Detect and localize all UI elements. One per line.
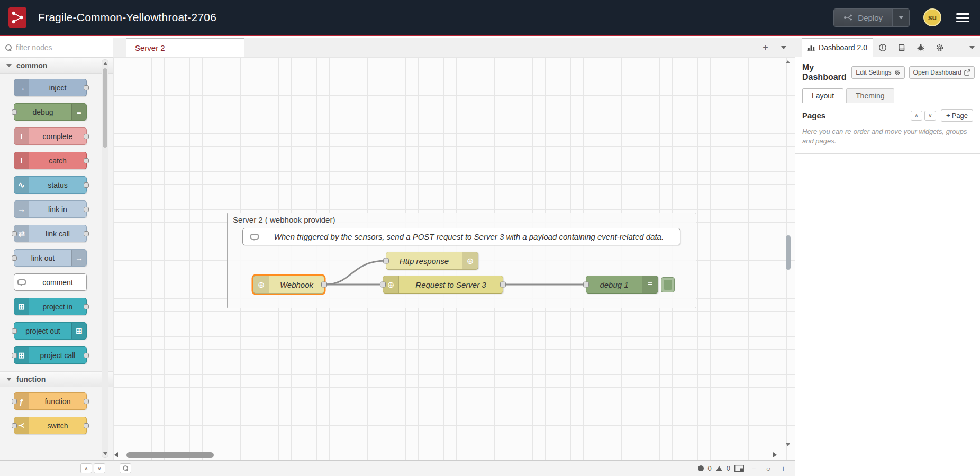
output-port[interactable] [84, 231, 89, 236]
node-http-response[interactable]: Http response ⊕ [386, 252, 478, 270]
input-port[interactable] [12, 423, 17, 428]
palette-node-project-call[interactable]: ⊞ project call [14, 346, 87, 364]
input-port[interactable] [12, 231, 17, 236]
palette-node-status[interactable]: ∿ status [14, 176, 87, 194]
palette-category-common[interactable]: common [0, 58, 113, 74]
scroll-right-icon[interactable] [773, 452, 777, 457]
node-request-to-server-3[interactable]: ⊕ Request to Server 3 [383, 276, 503, 294]
palette-node-link-in[interactable]: → link in [14, 200, 87, 218]
zoom-in-button[interactable]: + [778, 463, 788, 474]
input-port[interactable] [12, 399, 17, 404]
canvas-horizontal-scrollbar[interactable] [114, 451, 777, 459]
zoom-out-button[interactable]: − [748, 463, 759, 474]
debug-icon: ≡ [77, 107, 81, 116]
scroll-down-icon[interactable] [786, 443, 790, 446]
canvas-footer: 0 0 − ○ + [113, 460, 795, 476]
output-port[interactable] [84, 134, 89, 139]
input-port[interactable] [12, 328, 17, 334]
output-port[interactable] [84, 207, 89, 212]
tab-theming[interactable]: Theming [846, 88, 894, 103]
palette-node-inject[interactable]: → inject [14, 79, 87, 96]
search-icon [5, 44, 12, 51]
hscroll-thumb[interactable] [126, 452, 214, 458]
output-port[interactable] [84, 182, 89, 188]
node-webhook[interactable]: ⊕ Webhook [253, 276, 324, 294]
flow-canvas[interactable]: Server 2 ( webhook provider) When trigge… [113, 57, 795, 460]
palette-node-project-in[interactable]: ⊞ project in [14, 298, 87, 315]
palette-node-project-out[interactable]: project out ⊞ [14, 322, 87, 340]
navigator-toggle-icon[interactable] [734, 465, 744, 472]
output-port[interactable] [84, 353, 89, 358]
dashboard-title: My Dashboard [802, 63, 847, 82]
palette-node-comment[interactable]: comment [14, 273, 87, 291]
edit-settings-button[interactable]: Edit Settings [851, 66, 904, 79]
zoom-reset-button[interactable]: ○ [763, 463, 774, 474]
scroll-left-icon[interactable] [114, 452, 118, 457]
flow-list-button[interactable] [776, 41, 791, 54]
palette-category-function[interactable]: function [0, 371, 113, 387]
scroll-up-icon[interactable] [786, 60, 790, 63]
add-flow-button[interactable]: + [758, 41, 773, 54]
palette-nodes-common: → inject debug ≡ ! complete ! catch ∿ [0, 74, 113, 371]
output-port[interactable] [84, 399, 89, 404]
output-port[interactable] [84, 85, 89, 90]
tab-info[interactable] [873, 38, 892, 57]
tab-layout[interactable]: Layout [802, 88, 843, 103]
tab-config-nodes[interactable] [930, 38, 949, 57]
canvas-search-button[interactable] [120, 463, 131, 473]
canvas-vertical-scrollbar[interactable] [785, 58, 792, 448]
node-debug-1[interactable]: debug 1 ≡ [586, 276, 658, 294]
deploy-label: Deploy [858, 13, 883, 22]
main-menu-button[interactable] [956, 13, 969, 22]
collapse-categories-button[interactable]: ∧ [80, 463, 92, 473]
palette-search-input[interactable] [16, 43, 90, 52]
input-port[interactable] [583, 282, 589, 288]
sidebar-menu-button[interactable] [964, 38, 980, 57]
palette-node-switch[interactable]: Y switch [14, 417, 87, 434]
input-port[interactable] [12, 255, 17, 261]
palette-node-complete[interactable]: ! complete [14, 127, 87, 145]
output-port[interactable] [84, 423, 89, 428]
output-port[interactable] [500, 282, 506, 288]
vscroll-thumb[interactable] [786, 235, 791, 270]
palette-scrollbar-thumb[interactable] [103, 68, 107, 148]
input-port[interactable] [12, 109, 17, 115]
scroll-down-icon[interactable] [103, 452, 107, 455]
scroll-up-icon[interactable] [103, 62, 107, 65]
deploy-group: Deploy [833, 8, 910, 27]
palette-scroll-area[interactable]: common → inject debug ≡ ! complete ! cat… [0, 58, 113, 460]
pages-heading: Pages [802, 111, 909, 120]
output-port[interactable] [84, 304, 89, 309]
user-avatar[interactable]: su [923, 8, 941, 26]
open-dashboard-button[interactable]: Open Dashboard [909, 66, 975, 79]
palette-node-link-call[interactable]: ⇄ link call [14, 225, 87, 242]
expand-categories-button[interactable]: ∨ [94, 463, 105, 473]
move-page-down-button[interactable]: ∨ [924, 111, 936, 121]
palette-node-function[interactable]: ƒ function [14, 392, 87, 410]
error-count-icon[interactable] [698, 465, 704, 471]
comment-node[interactable]: When triggered by the sensors, send a PO… [242, 228, 680, 245]
input-port[interactable] [12, 353, 17, 358]
palette-node-debug[interactable]: debug ≡ [14, 103, 87, 121]
tab-debug[interactable] [911, 38, 930, 57]
palette-scrollbar[interactable] [102, 59, 108, 458]
input-port[interactable] [383, 258, 389, 264]
add-page-button[interactable]: + Page [941, 109, 973, 122]
tab-dashboard-2[interactable]: Dashboard 2.0 [802, 38, 873, 57]
move-page-up-button[interactable]: ∧ [911, 111, 922, 121]
tab-help[interactable] [892, 38, 911, 57]
warning-count-icon[interactable] [716, 466, 722, 471]
output-port[interactable] [84, 158, 89, 163]
deploy-button[interactable]: Deploy [834, 9, 892, 26]
switch-icon: Y [17, 423, 26, 428]
chevron-down-icon [899, 16, 904, 19]
debug-enable-toggle[interactable] [661, 277, 675, 292]
palette-node-link-out[interactable]: link out → [14, 249, 87, 267]
chevron-down-icon [781, 46, 786, 49]
output-port[interactable] [321, 282, 327, 288]
input-port[interactable] [380, 282, 386, 288]
deploy-options-button[interactable] [892, 9, 909, 26]
palette-node-catch[interactable]: ! catch [14, 152, 87, 169]
tab-server-2[interactable]: Server 2 [126, 38, 244, 57]
flow-tab-label: Server 2 [135, 43, 165, 52]
